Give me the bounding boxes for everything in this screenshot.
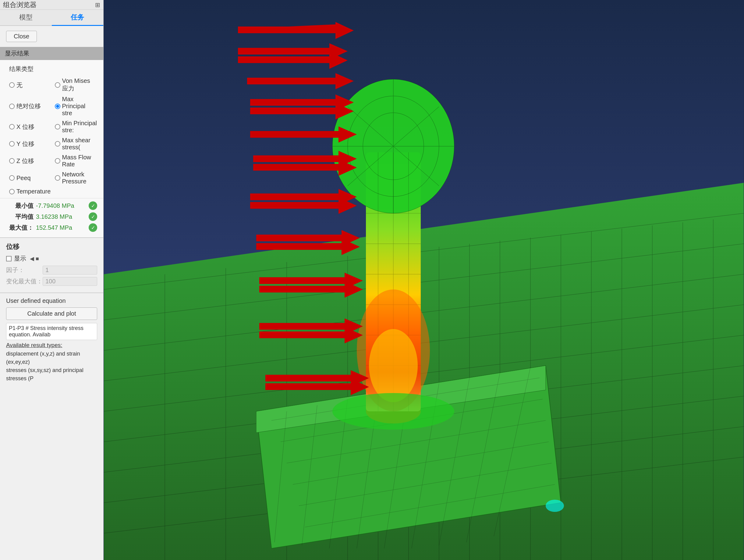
tab-model[interactable]: 模型 [0, 10, 52, 26]
radio-label-y-disp: Y 位移 [16, 140, 34, 148]
radio-label-network-pressure: Network Pressure [62, 171, 98, 185]
stats-section: 最小值 -7.79408 MPa ✓ 平均值 3.16238 MPa ✓ 最大值… [0, 198, 103, 237]
check-min: ✓ [89, 201, 97, 210]
3d-viewport[interactable] [104, 0, 744, 560]
svg-rect-75 [250, 99, 335, 106]
svg-rect-97 [259, 323, 344, 330]
svg-rect-83 [253, 164, 338, 171]
stat-max-label: 最大值： [6, 224, 34, 232]
radio-x-disp[interactable]: X 位移 [9, 120, 52, 134]
radio-mass-flow[interactable]: Mass Flow Rate [55, 154, 98, 168]
radio-temperature[interactable]: Temperature [9, 188, 52, 195]
close-btn-row: Close [0, 26, 103, 47]
radio-label-none: 无 [16, 81, 23, 89]
show-checkbox[interactable] [6, 256, 11, 261]
svg-rect-87 [250, 202, 338, 209]
stat-row-min: 最小值 -7.79408 MPa ✓ [6, 201, 97, 210]
arrows-icon[interactable]: ◀ ■ [30, 255, 39, 262]
svg-rect-93 [259, 277, 344, 284]
radio-label-temperature: Temperature [16, 188, 50, 195]
radio-max-principal[interactable]: Max Principal stre [55, 96, 98, 117]
result-type-section: 结果类型 无 Von Mises 应力 绝对位移 Max Principal s… [0, 60, 103, 198]
available-line1: displacement (x,y,z) and strain (ex,ey,e… [6, 350, 97, 366]
radio-circle-min-principal [55, 124, 60, 129]
top-bar: 组合浏览器 ⊞ [0, 0, 103, 10]
stat-min-label: 最小值 [6, 202, 34, 210]
check-max: ✓ [89, 223, 97, 232]
factor-value[interactable]: 1 [43, 266, 97, 274]
radio-none[interactable]: 无 [9, 77, 52, 92]
stat-avg-label: 平均值 [6, 213, 34, 221]
radio-min-principal[interactable]: Min Principal stre: [55, 120, 98, 134]
left-panel: 组合浏览器 ⊞ 模型 任务 Close 显示结果 结果类型 无 Von Mise… [0, 0, 104, 560]
radio-label-max-shear: Max shear stress( [62, 137, 98, 151]
radio-circle-peeq [9, 175, 14, 181]
radio-abs-disp[interactable]: 绝对位移 [9, 96, 52, 117]
radio-circle-mass-flow [55, 158, 60, 163]
svg-rect-79 [250, 131, 338, 138]
close-button[interactable]: Close [6, 31, 37, 42]
radio-label-von-mises: Von Mises 应力 [62, 77, 98, 92]
tab-bar: 模型 任务 [0, 10, 103, 26]
factor-row: 因子： 1 [6, 266, 97, 274]
radio-y-disp[interactable]: Y 位移 [9, 137, 52, 151]
scene-svg [104, 0, 744, 560]
factor-label: 因子： [6, 266, 43, 274]
svg-rect-89 [256, 235, 341, 241]
displacement-section: 位移 显示 ◀ ■ 因子： 1 变化最大值： 100 [0, 238, 103, 293]
svg-point-64 [369, 329, 418, 402]
svg-rect-99 [259, 332, 344, 338]
equation-text: P1-P3 # Stress intensity stress equation… [6, 323, 97, 340]
section-header-display: 显示结果 [0, 47, 103, 60]
maximize-icon[interactable]: ⊞ [95, 1, 100, 8]
max-change-row: 变化最大值： 100 [6, 277, 97, 286]
radio-label-min-principal: Min Principal stre: [62, 120, 98, 134]
panel-title: 组合浏览器 [3, 0, 37, 9]
radio-circle-von-mises [55, 82, 60, 88]
svg-rect-101 [265, 375, 351, 381]
radio-label-max-principal: Max Principal stre [62, 96, 98, 117]
displacement-title: 位移 [6, 242, 97, 251]
svg-rect-95 [259, 286, 344, 293]
radio-z-disp[interactable]: Z 位移 [9, 154, 52, 168]
calc-plot-button[interactable]: Calculate and plot [6, 307, 97, 320]
user-defined-title: User defined equation [6, 297, 97, 304]
radio-grid: 无 Von Mises 应力 绝对位移 Max Principal stre X… [9, 77, 97, 195]
stat-row-avg: 平均值 3.16238 MPa ✓ [6, 212, 97, 221]
svg-rect-103 [265, 383, 351, 390]
radio-label-z-disp: Z 位移 [16, 157, 34, 165]
radio-label-mass-flow: Mass Flow Rate [62, 154, 98, 168]
radio-max-shear[interactable]: Max shear stress( [55, 137, 98, 151]
radio-network-pressure[interactable]: Network Pressure [55, 171, 98, 185]
result-type-label: 结果类型 [9, 65, 97, 73]
stat-max-value: 152.547 MPa [36, 224, 86, 231]
tab-task[interactable]: 任务 [52, 10, 104, 26]
available-line2: stresses (sx,sy,sz) and principal stress… [6, 366, 97, 383]
stat-min-value: -7.79408 MPa [36, 202, 86, 209]
svg-rect-77 [250, 108, 335, 114]
svg-rect-85 [250, 193, 338, 200]
show-label: 显示 [14, 254, 26, 263]
radio-circle-y-disp [9, 141, 14, 147]
available-label: Available result types: [6, 342, 97, 348]
svg-rect-67 [238, 27, 335, 33]
radio-label-abs-disp: 绝对位移 [16, 102, 41, 110]
radio-circle-x-disp [9, 124, 14, 129]
radio-circle-max-principal [55, 104, 60, 109]
radio-circle-none [9, 82, 14, 88]
svg-rect-73 [247, 78, 335, 84]
radio-label-x-disp: X 位移 [16, 123, 34, 131]
radio-circle-network-pressure [55, 175, 60, 181]
svg-rect-81 [253, 155, 338, 162]
radio-circle-abs-disp [9, 104, 14, 109]
stat-avg-value: 3.16238 MPa [36, 213, 86, 220]
radio-circle-max-shear [55, 141, 60, 147]
svg-point-65 [332, 393, 454, 430]
displacement-show-row: 显示 ◀ ■ [6, 254, 97, 263]
svg-rect-69 [238, 48, 329, 54]
radio-von-mises[interactable]: Von Mises 应力 [55, 77, 98, 92]
radio-label-peeq: Peeq [16, 175, 31, 182]
radio-peeq[interactable]: Peeq [9, 171, 52, 185]
max-change-value[interactable]: 100 [43, 277, 97, 286]
max-change-label: 变化最大值： [6, 277, 43, 286]
